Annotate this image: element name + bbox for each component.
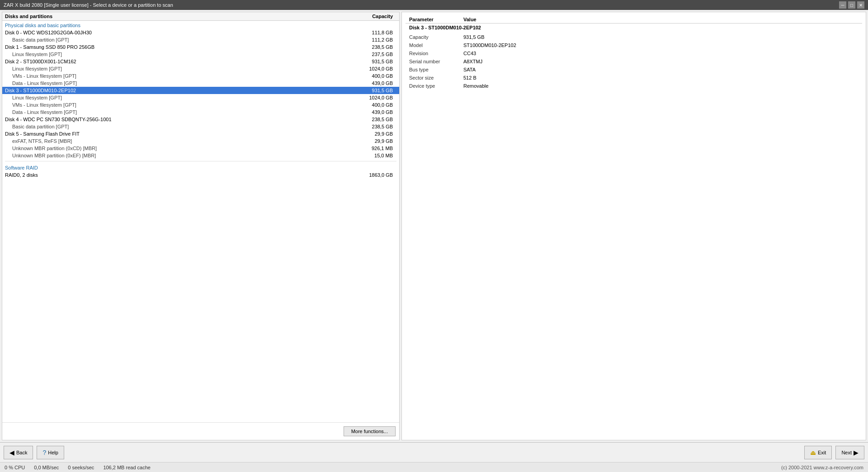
exit-button[interactable]: ⏏ Exit	[804, 446, 832, 459]
disk-row[interactable]: Data - Linux filesystem [GPT]439,0 GB	[2, 109, 399, 116]
prop-value: Removable	[460, 82, 862, 90]
disk-row[interactable]: Basic data partition [GPT]111,2 GB	[2, 36, 399, 43]
prop-row: Serial numberA8XTMJ	[406, 57, 862, 66]
prop-row: Bus typeSATA	[406, 66, 862, 74]
bottom-bar: ◀ Back ? Help ⏏ Exit Next ▶	[0, 442, 868, 462]
prop-value: SATA	[460, 66, 862, 74]
prop-row: Sector size512 B	[406, 74, 862, 82]
disk-row[interactable]: Disk 0 - WDC WDS120G2G0A-00JH30111,8 GB	[2, 29, 399, 36]
disk-name: Linux filesystem [GPT]	[5, 52, 351, 57]
disk-name: Linux filesystem [GPT]	[5, 95, 351, 100]
more-functions-area: More functions...	[2, 422, 399, 440]
next-icon: ▶	[854, 449, 859, 456]
disk-capacity: 439,0 GB	[351, 80, 396, 86]
prop-value: 931,5 GB	[460, 33, 862, 41]
disk-row[interactable]: Disk 4 - WDC PC SN730 SDBQNTY-256G-10012…	[2, 116, 399, 123]
disk-row[interactable]: Disk 3 - ST1000DM010-2EP102931,5 GB	[2, 87, 399, 94]
param-col-header: Parameter	[406, 16, 460, 24]
disk-name: Data - Linux filesystem [GPT]	[5, 80, 351, 86]
help-button[interactable]: ? Help	[37, 446, 64, 459]
prop-row: RevisionCC43	[406, 49, 862, 57]
cpu-status: 0 % CPU	[5, 465, 25, 470]
cache-status: 106,2 MB read cache	[103, 465, 151, 470]
disk-capacity: 1863,0 GB	[351, 172, 396, 178]
prop-param: Bus type	[406, 66, 460, 74]
column-header: Disks and partitions Capacity	[2, 12, 399, 21]
disk-name: Disk 3 - ST1000DM010-2EP102	[5, 88, 351, 93]
disk-name: Data - Linux filesystem [GPT]	[5, 109, 351, 115]
disk-name: Disk 0 - WDC WDS120G2G0A-00JH30	[5, 30, 351, 35]
disk-row[interactable]: Unknown MBR partition (0xCD) [MBR]926,1 …	[2, 145, 399, 152]
disk-row[interactable]: RAID0, 2 disks1863,0 GB	[2, 171, 399, 179]
disk-capacity: 111,2 GB	[351, 37, 396, 42]
prop-value: 512 B	[460, 74, 862, 82]
prop-param: Serial number	[406, 57, 460, 66]
copyright: (c) 2000-2021 www.z-a-recovery.com	[781, 465, 863, 470]
more-functions-button[interactable]: More functions...	[344, 426, 396, 436]
disk-capacity: 400,0 GB	[351, 73, 396, 79]
prop-value: CC43	[460, 49, 862, 57]
disk-name: VMs - Linux filesystem [GPT]	[5, 73, 351, 79]
disk-row[interactable]: VMs - Linux filesystem [GPT]400,0 GB	[2, 72, 399, 80]
disk-capacity: 29,9 GB	[351, 131, 396, 137]
disk-name: VMs - Linux filesystem [GPT]	[5, 102, 351, 108]
disk-capacity: 400,0 GB	[351, 102, 396, 108]
disk-name: Basic data partition [GPT]	[5, 37, 351, 42]
disk-row[interactable]: Linux filesystem [GPT]1024,0 GB	[2, 65, 399, 72]
disk-name: Unknown MBR partition (0xCD) [MBR]	[5, 146, 351, 151]
disk-capacity: 926,1 MB	[351, 146, 396, 151]
disk-capacity: 931,5 GB	[351, 88, 396, 93]
next-label: Next	[841, 450, 852, 455]
disk-list: Physical disks and basic partitionsDisk …	[2, 21, 399, 422]
left-panel: Disks and partitions Capacity Physical d…	[2, 12, 400, 440]
disk-row[interactable]: Data - Linux filesystem [GPT]439,0 GB	[2, 80, 399, 87]
close-button[interactable]: ✕	[857, 1, 864, 9]
minimize-button[interactable]: ─	[839, 1, 846, 9]
prop-param: Device type	[406, 82, 460, 90]
disk-row[interactable]: Disk 5 - Samsung Flash Drive FIT29,9 GB	[2, 130, 399, 137]
value-col-header: Value	[460, 16, 862, 24]
exit-label: Exit	[818, 450, 826, 455]
disk-capacity: 29,9 GB	[351, 138, 396, 144]
window-title: ZAR X build 2080 [Single user license] -…	[4, 2, 173, 8]
disk-capacity: 439,0 GB	[351, 109, 396, 115]
prop-row: ModelST1000DM010-2EP102	[406, 41, 862, 49]
back-button[interactable]: ◀ Back	[4, 446, 33, 459]
back-label: Back	[16, 450, 27, 455]
disk-capacity: 111,8 GB	[351, 30, 396, 35]
exit-icon: ⏏	[810, 449, 816, 456]
seeks-status: 0 seeks/sec	[68, 465, 94, 470]
prop-title: Disk 3 - ST1000DM010-2EP102	[406, 24, 862, 33]
disk-capacity: 237,5 GB	[351, 52, 396, 57]
section-label-1: Software RAID	[2, 163, 399, 171]
disk-row[interactable]: exFAT, NTFS, ReFS [MBR]29,9 GB	[2, 137, 399, 145]
right-panel: Parameter Value Disk 3 - ST1000DM010-2EP…	[401, 12, 866, 440]
prop-row: Device typeRemovable	[406, 82, 862, 90]
title-bar-controls: ─ □ ✕	[839, 1, 864, 9]
maximize-button[interactable]: □	[848, 1, 855, 9]
disk-capacity: 238,5 GB	[351, 124, 396, 129]
disk-row[interactable]: VMs - Linux filesystem [GPT]400,0 GB	[2, 101, 399, 109]
disk-capacity: 1024,0 GB	[351, 95, 396, 100]
status-bar: 0 % CPU 0,0 MB/sec 0 seeks/sec 106,2 MB …	[0, 462, 868, 472]
disk-name: exFAT, NTFS, ReFS [MBR]	[5, 138, 351, 144]
disk-capacity: 1024,0 GB	[351, 66, 396, 71]
mb-sec-status: 0,0 MB/sec	[34, 465, 59, 470]
disk-capacity: 931,5 GB	[351, 59, 396, 64]
prop-value: ST1000DM010-2EP102	[460, 41, 862, 49]
disk-row[interactable]: Basic data partition [GPT]238,5 GB	[2, 123, 399, 130]
disk-row[interactable]: Unknown MBR partition (0xEF) [MBR]15,0 M…	[2, 152, 399, 159]
disk-row[interactable]: Linux filesystem [GPT]1024,0 GB	[2, 94, 399, 101]
disk-name: Disk 5 - Samsung Flash Drive FIT	[5, 131, 351, 137]
disk-row[interactable]: Linux filesystem [GPT]237,5 GB	[2, 51, 399, 58]
prop-param: Capacity	[406, 33, 460, 41]
disk-row[interactable]: Disk 2 - ST1000DX001-1CM162931,5 GB	[2, 58, 399, 65]
col-cap-label: Capacity	[351, 14, 396, 19]
next-button[interactable]: Next ▶	[835, 446, 864, 459]
disk-name: Basic data partition [GPT]	[5, 124, 351, 129]
disk-row[interactable]: Disk 1 - Samsung SSD 850 PRO 256GB238,5 …	[2, 43, 399, 51]
disk-name: Disk 2 - ST1000DX001-1CM162	[5, 59, 351, 64]
section-label-0: Physical disks and basic partitions	[2, 21, 399, 29]
prop-row: Capacity931,5 GB	[406, 33, 862, 41]
bottom-right-buttons: ⏏ Exit Next ▶	[804, 446, 864, 459]
